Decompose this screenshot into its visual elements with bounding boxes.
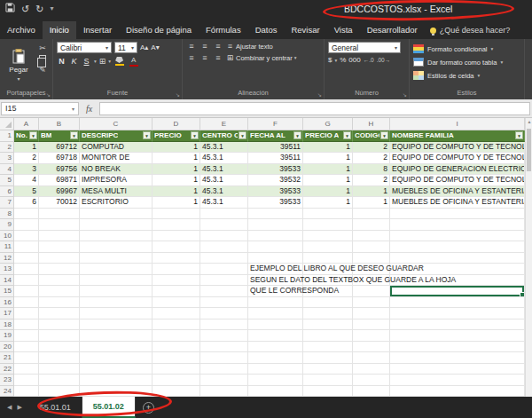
cell-A15[interactable] [14, 286, 39, 297]
ribbon-tab-fórmulas[interactable]: Fórmulas [199, 21, 248, 39]
cell-A6[interactable]: 5 [14, 186, 39, 198]
cell-C13[interactable] [80, 264, 153, 275]
cell-B24[interactable] [39, 386, 80, 398]
cell-F8[interactable] [248, 209, 303, 220]
row-header-24[interactable]: 24 [0, 386, 14, 398]
cell-G19[interactable] [303, 330, 353, 342]
cell-E4[interactable]: 45.3.1 [200, 164, 248, 176]
cell-E2[interactable]: 45.3.1 [200, 142, 248, 154]
cell-B7[interactable]: 70012 [39, 197, 80, 209]
cell-B16[interactable] [39, 297, 80, 309]
cell-C7[interactable]: ESCRITORIO [80, 197, 153, 209]
column-header-A[interactable]: A [14, 118, 39, 130]
cell-B21[interactable] [39, 352, 80, 364]
row-header-18[interactable]: 18 [0, 319, 14, 331]
cell-E9[interactable] [200, 219, 248, 231]
cell-I4[interactable]: EQUIPO DE GENERACION ELECTRICA, A [390, 164, 525, 176]
cell-B18[interactable] [39, 319, 80, 331]
cell-C3[interactable]: MONITOR DE [80, 153, 153, 164]
cell-B8[interactable] [39, 209, 80, 220]
cell-I10[interactable] [390, 231, 525, 242]
cell-A3[interactable]: 2 [14, 153, 39, 164]
cell-I5[interactable]: EQUIPO DE COMPUTO Y DE TECNOLOG [390, 175, 525, 186]
cell-C4[interactable]: NO BREAK [80, 164, 153, 176]
ribbon-tab-datos[interactable]: Datos [248, 21, 285, 39]
cell-H3[interactable]: 2 [353, 153, 390, 164]
fuente-dialog-launcher-icon[interactable]: ↘ [176, 92, 180, 98]
cell-D24[interactable] [153, 386, 200, 398]
cell-C12[interactable] [80, 253, 153, 264]
ribbon-tab-diseño-de-página[interactable]: Diseño de página [119, 21, 199, 39]
cell-E19[interactable] [200, 330, 248, 342]
cell-F5[interactable]: 39532 [248, 175, 303, 186]
cell-D14[interactable] [153, 275, 200, 287]
portapapeles-dialog-launcher-icon[interactable]: ↘ [46, 92, 51, 98]
cell-F19[interactable] [248, 330, 303, 342]
cell-B14[interactable] [39, 275, 80, 287]
currency-dropdown-icon[interactable]: ▾ [334, 58, 337, 63]
cell-F15[interactable]: QUE LE CORRESPONDA [248, 286, 303, 297]
save-icon[interactable] [5, 3, 15, 15]
cell-H6[interactable]: 1 [353, 186, 390, 198]
cell-D2[interactable]: 1 [153, 142, 200, 154]
cell-A20[interactable] [14, 342, 39, 353]
cell-B20[interactable] [39, 342, 80, 353]
cell-H16[interactable] [353, 297, 390, 309]
cell-B17[interactable] [39, 308, 80, 319]
cell-H8[interactable] [353, 209, 390, 220]
merge-center-button[interactable]: ⊞ Combinar y centrar ▾ [226, 53, 297, 62]
cell-D3[interactable]: 1 [153, 153, 200, 164]
cell-B2[interactable]: 69712 [39, 142, 80, 154]
numero-dialog-launcher-icon[interactable]: ↘ [403, 92, 407, 98]
cell-H5[interactable]: 2 [353, 175, 390, 186]
cell-I3[interactable]: EQUIPO DE COMPUTO Y DE TECNOLOG [390, 153, 525, 164]
cell-E11[interactable] [200, 241, 248, 253]
cell-A22[interactable] [14, 364, 39, 375]
cell-E20[interactable] [200, 342, 248, 353]
cell-E21[interactable] [200, 352, 248, 364]
cell-A9[interactable] [14, 219, 39, 231]
row-header-9[interactable]: 9 [0, 219, 14, 231]
row-header-12[interactable]: 12 [0, 253, 14, 264]
cell-H24[interactable] [353, 386, 390, 398]
cell-D19[interactable] [153, 330, 200, 342]
undo-icon[interactable]: ↺ [21, 3, 29, 15]
cell-G17[interactable] [303, 308, 353, 319]
cell-G24[interactable] [303, 386, 353, 398]
align-middle-icon[interactable]: ≡ [200, 42, 210, 51]
align-bottom-icon[interactable]: ≡ [213, 42, 223, 51]
cell-E22[interactable] [200, 364, 248, 375]
row-header-7[interactable]: 7 [0, 197, 14, 209]
comma-format-icon[interactable]: 000 [348, 56, 360, 64]
cell-A7[interactable]: 6 [14, 197, 39, 209]
new-sheet-icon[interactable]: + [143, 402, 154, 414]
cell-I7[interactable]: MUEBLES DE OFICINA Y ESTANTERIA [390, 197, 525, 209]
cell-D17[interactable] [153, 308, 200, 319]
formula-input[interactable] [99, 102, 530, 115]
cell-I11[interactable] [390, 241, 525, 253]
table-header-cell-I1[interactable]: NOMBRE FAMILIA▾ [390, 130, 525, 142]
cut-icon[interactable]: ✂ [37, 43, 48, 52]
cell-A14[interactable] [14, 275, 39, 287]
cell-G3[interactable]: 1 [303, 153, 353, 164]
table-header-cell-H1[interactable]: CODIGO F▾ [353, 130, 390, 142]
cell-D11[interactable] [153, 241, 200, 253]
shrink-font-icon[interactable]: A▾ [151, 43, 159, 51]
cell-A19[interactable] [14, 330, 39, 342]
row-header-11[interactable]: 11 [0, 241, 14, 253]
cell-B22[interactable] [39, 364, 80, 375]
cell-I8[interactable] [390, 209, 525, 220]
filter-icon[interactable]: ▾ [29, 131, 37, 139]
row-header-19[interactable]: 19 [0, 330, 14, 342]
cell-D22[interactable] [153, 364, 200, 375]
borders-dropdown-icon[interactable]: ▾ [108, 59, 111, 64]
sheet-tab-55.01.01[interactable]: 55.01.01 [29, 397, 82, 418]
cell-A10[interactable] [14, 231, 39, 242]
row-header-22[interactable]: 22 [0, 364, 14, 375]
cell-C11[interactable] [80, 241, 153, 253]
cell-F11[interactable] [248, 241, 303, 253]
ribbon-tab-desarrollador[interactable]: Desarrollador [360, 21, 425, 39]
cell-G22[interactable] [303, 364, 353, 375]
align-right-icon[interactable]: ≡ [213, 53, 223, 62]
cell-G12[interactable] [303, 253, 353, 264]
